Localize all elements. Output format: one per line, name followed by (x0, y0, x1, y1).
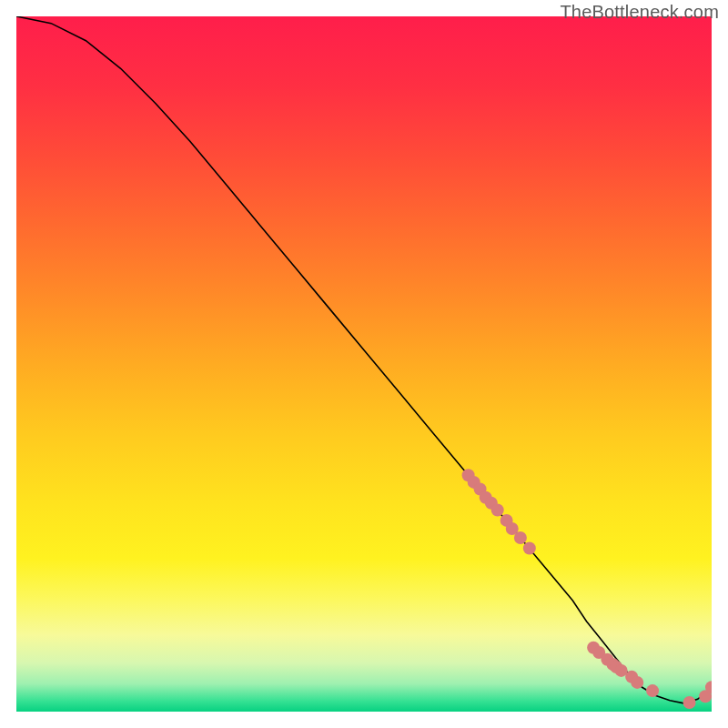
attribution-label: TheBottleneck.com (560, 2, 719, 23)
curve-path (16, 16, 712, 703)
highlight-point (523, 541, 536, 554)
highlight-point (683, 696, 696, 709)
highlight-point (514, 531, 527, 544)
highlight-point (631, 676, 643, 689)
bottleneck-chart: TheBottleneck.com (0, 0, 728, 728)
highlight-point (491, 503, 504, 516)
highlight-points-group (462, 469, 712, 709)
chart-overlay (16, 16, 712, 712)
highlight-point (646, 684, 659, 697)
